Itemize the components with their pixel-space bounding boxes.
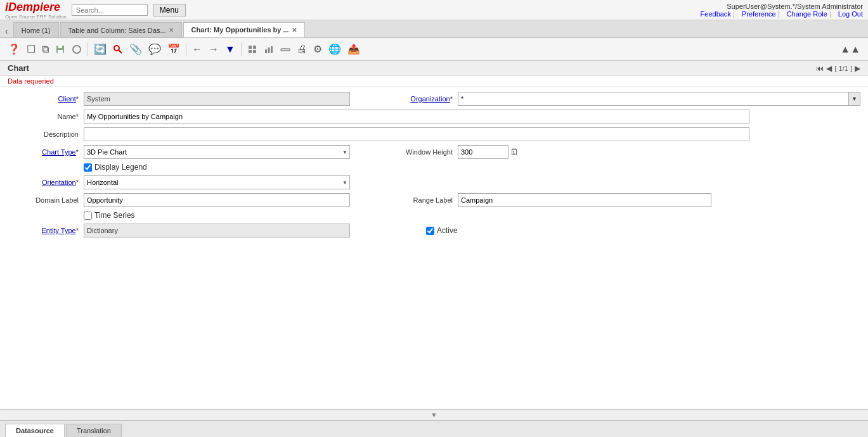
tab-table-close[interactable]: ✕ (169, 27, 174, 34)
svg-rect-8 (249, 50, 252, 53)
range-label-label: Range Label (388, 196, 458, 204)
client-link[interactable]: Client (58, 95, 76, 103)
search-input[interactable] (72, 4, 148, 16)
toolbar-grid-view[interactable] (245, 43, 260, 56)
bottom-section: Datasource Translation ✖ 1 Records (0, 421, 868, 437)
toolbar-new[interactable]: ☐ (24, 42, 38, 56)
toolbar-export[interactable]: 📤 (345, 42, 363, 56)
form-row-chart-type: Chart Type* 3D Pie Chart Bar Chart Line … (8, 145, 860, 159)
calc-icon[interactable]: 🗓 (510, 147, 519, 157)
description-input[interactable] (84, 127, 749, 141)
entity-type-link[interactable]: Entity Type (42, 227, 76, 234)
orientation-link[interactable]: Orientation (42, 179, 76, 186)
form-row-name: Name* (8, 110, 860, 124)
collapse-bar[interactable]: ▼ (0, 409, 868, 421)
toolbar-save[interactable] (53, 43, 68, 56)
toolbar-collapse-all[interactable]: ▲▲ (838, 42, 863, 56)
form-row-entity-type: Entity Type* Active (8, 224, 860, 238)
toolbar-chart-view[interactable] (261, 43, 276, 56)
tab-chart-close[interactable]: ✕ (292, 27, 297, 34)
client-input (84, 92, 350, 106)
range-label-section: Range Label (388, 193, 860, 207)
toolbar-sep1 (87, 43, 88, 56)
svg-point-4 (114, 46, 119, 51)
client-label: Client* (8, 95, 84, 103)
tab-home[interactable]: Home (1) (13, 22, 59, 37)
svg-line-5 (119, 50, 122, 53)
display-legend-checkbox[interactable] (84, 163, 92, 172)
org-link[interactable]: Organization (410, 95, 450, 103)
change-role-link[interactable]: Change Role (787, 10, 827, 18)
app-logo: iDempiere Open Source ERP Solution (5, 1, 67, 20)
toolbar-print[interactable]: 🖨 (294, 42, 309, 56)
toolbar-undo[interactable] (69, 43, 84, 56)
form-row-domain: Domain Label Range Label (8, 193, 860, 207)
toolbar-download[interactable]: ▼ (223, 42, 238, 56)
svg-point-3 (73, 46, 81, 53)
page-content: Client* Organization* ▼ Name* (0, 87, 868, 437)
svg-rect-1 (58, 46, 62, 48)
toolbar-link[interactable] (278, 43, 293, 56)
toolbar-refresh[interactable]: 🔄 (91, 42, 109, 56)
domain-label-input[interactable] (84, 193, 350, 207)
preference-link[interactable]: Preference (742, 10, 776, 18)
form-scroll: Client* Organization* ▼ Name* (0, 87, 868, 409)
user-links: Feedback | Preference | Change Role | Lo… (696, 10, 863, 18)
tab-chart[interactable]: Chart: My Opportunities by ... ✕ (183, 22, 305, 37)
toolbar-attach[interactable]: 📎 (127, 42, 145, 56)
svg-rect-10 (265, 49, 267, 53)
active-checkbox[interactable] (426, 227, 434, 235)
svg-rect-2 (58, 50, 63, 53)
orientation-wrapper: Horizontal Vertical (84, 175, 350, 189)
toolbar-note[interactable]: 💬 (146, 42, 164, 56)
chart-type-select[interactable]: 3D Pie Chart Bar Chart Line Chart Area C… (84, 145, 350, 159)
form-row-client: Client* Organization* ▼ (8, 92, 860, 106)
chart-type-wrapper: 3D Pie Chart Bar Chart Line Chart Area C… (84, 145, 350, 159)
orientation-select[interactable]: Horizontal Vertical (84, 175, 350, 189)
form-row-display-legend: Display Legend (8, 163, 860, 172)
toolbar-help[interactable]: ❓ (5, 42, 23, 56)
name-label: Name* (8, 113, 84, 120)
org-section: Organization* ▼ (388, 92, 860, 106)
data-required-notice: Data requeried (0, 76, 868, 87)
org-input[interactable] (458, 92, 849, 106)
svg-rect-11 (268, 48, 269, 53)
toolbar-next-rec[interactable]: → (206, 42, 221, 56)
logo-area: iDempiere Open Source ERP Solution Menu (5, 1, 186, 20)
name-input[interactable] (84, 110, 749, 124)
form-area: Client* Organization* ▼ Name* (0, 87, 868, 246)
tab-datasource[interactable]: Datasource (5, 424, 65, 437)
logout-link[interactable]: Log Out (838, 10, 863, 18)
org-wrapper: ▼ (458, 92, 860, 106)
active-label: Active (437, 226, 458, 235)
toolbar-copy[interactable]: ⧉ (39, 42, 51, 56)
range-label-input[interactable] (458, 193, 711, 207)
page-title-bar: Chart ⏮ ◀ [ 1/1 ] ▶ (0, 61, 868, 76)
nav-first[interactable]: ⏮ (816, 64, 824, 73)
chart-type-link[interactable]: Chart Type (42, 148, 76, 156)
feedback-link[interactable]: Feedback (701, 10, 731, 18)
active-section: Active (388, 226, 860, 235)
org-dropdown-arrow[interactable]: ▼ (849, 92, 860, 106)
tab-table[interactable]: Table and Column: Sales Das... ✕ (60, 22, 182, 37)
nav-next[interactable]: ▶ (855, 64, 860, 73)
toolbar-prev-rec[interactable]: ← (190, 42, 205, 56)
menu-button[interactable]: Menu (153, 4, 186, 16)
window-height-section: Window Height 🗓 (388, 145, 860, 159)
form-row-description: Description (8, 127, 860, 141)
tab-nav-arrow[interactable]: ‹ (3, 25, 11, 37)
toolbar-calendar[interactable]: 📅 (165, 42, 183, 56)
time-series-row: Time Series (84, 211, 135, 220)
time-series-checkbox[interactable] (84, 212, 92, 220)
form-row-orientation: Orientation* Horizontal Vertical (8, 175, 860, 189)
tab-translation[interactable]: Translation (66, 424, 122, 437)
tab-bar: ‹ Home (1) Table and Column: Sales Das..… (0, 20, 868, 38)
toolbar-globe[interactable]: 🌐 (326, 42, 344, 56)
nav-prev[interactable]: ◀ (826, 64, 832, 73)
svg-rect-12 (271, 46, 273, 53)
org-label: Organization* (388, 95, 458, 103)
user-info: SuperUser@System.*/System Administrator … (696, 3, 863, 18)
window-height-input[interactable] (458, 145, 508, 159)
toolbar-settings[interactable]: ⚙ (311, 42, 325, 56)
toolbar-find[interactable] (110, 43, 126, 56)
